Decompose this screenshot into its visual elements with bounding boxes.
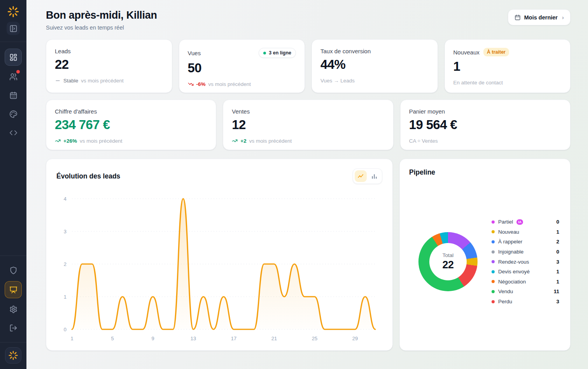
online-badge-label: 3 en ligne	[269, 50, 291, 56]
metric-label: Panier moyen	[409, 108, 562, 115]
kpi-value: 1	[453, 59, 562, 74]
kpi-subtext: En attente de contact	[453, 80, 562, 86]
y-tick-label: 1	[64, 294, 66, 300]
pipeline-legend-item: Négociation1	[492, 277, 559, 287]
legend-value: 2	[556, 239, 559, 245]
kpi-card-conversion: Taux de conversion 44% Vues → Leads	[312, 39, 438, 93]
sidebar-item-palette[interactable]	[5, 106, 21, 122]
donut-total-label: Total	[443, 252, 454, 258]
sidebar-item-calendar[interactable]	[5, 87, 21, 103]
kpi-trend: -6% vs mois précédent	[188, 81, 296, 87]
pipeline-legend-item: PartielIA0	[492, 217, 559, 227]
trend-text: vs mois précédent	[249, 138, 292, 144]
sidebar-item-logout[interactable]	[5, 320, 21, 336]
trend-text: vs mois précédent	[208, 81, 251, 87]
legend-label: Perdu	[498, 299, 512, 304]
legend-dot-icon	[492, 300, 495, 303]
period-selector-button[interactable]: Mois dernier ›	[508, 9, 570, 25]
code-icon	[9, 129, 18, 137]
dashboard-icon	[9, 53, 18, 61]
metric-card-panier: Panier moyen 19 564 € CA ÷ Ventes	[400, 100, 570, 150]
trend-text: vs mois précédent	[81, 78, 124, 84]
kpi-label: Vues	[188, 50, 201, 56]
x-tick-label: 17	[231, 336, 236, 341]
trend-strong: Stable	[63, 78, 78, 84]
metric-trend: +26% vs mois précédent	[55, 138, 207, 144]
sidebar-item-code[interactable]	[5, 125, 21, 140]
x-tick-label: 9	[151, 336, 154, 341]
kpi-value: 22	[55, 57, 163, 72]
pipeline-legend-item: À rappeler2	[492, 237, 559, 247]
legend-value: 1	[556, 279, 559, 285]
sidebar-item-security[interactable]	[5, 262, 21, 278]
calendar-icon	[9, 91, 18, 100]
metric-row: Chiffre d'affaires 234 767 € +26% vs moi…	[46, 100, 570, 150]
pipeline-card: Pipeline Total 22 PartielIA0Nouveau1À ra…	[399, 159, 570, 351]
page-subtitle: Suivez vos leads en temps réel	[46, 24, 157, 31]
metric-trend: +2 vs mois précédent	[232, 138, 384, 144]
sidebar-divider	[0, 342, 26, 343]
leads-evolution-card: Évolution des leads	[46, 159, 393, 351]
sidebar-item-contacts[interactable]	[5, 69, 21, 84]
legend-label: Nouveau	[498, 229, 519, 235]
sidebar-item-dashboard[interactable]	[5, 49, 22, 66]
y-tick-label: 0	[64, 327, 66, 332]
metric-label: Ventes	[232, 108, 384, 115]
legend-value: 11	[554, 289, 559, 294]
legend-dot-icon	[492, 290, 495, 293]
metric-subtext: CA ÷ Ventes	[409, 138, 562, 144]
metric-label: Chiffre d'affaires	[55, 108, 207, 115]
kpi-value: 44%	[320, 57, 429, 72]
trend-delta: +2	[240, 138, 246, 144]
x-tick-label: 5	[111, 336, 114, 341]
chart-title: Évolution des leads	[56, 172, 120, 180]
line-chart-toggle-button[interactable]	[355, 170, 367, 182]
kpi-label: Taux de conversion	[320, 48, 429, 54]
sidebar-divider	[0, 255, 26, 256]
legend-dot-icon	[492, 230, 495, 233]
legend-label: Devis envoyé	[498, 269, 530, 275]
legend-dot-icon	[492, 270, 495, 273]
bar-chart-toggle-button[interactable]	[368, 170, 380, 182]
palette-icon	[9, 110, 18, 118]
pipeline-legend-item: Vendu11	[492, 287, 559, 297]
sidebar-item-settings[interactable]	[5, 301, 21, 317]
kpi-value: 50	[188, 61, 296, 75]
metric-value: 234 767 €	[55, 117, 207, 132]
pipeline-legend-item: Rendez-vous3	[492, 257, 559, 267]
logout-icon	[9, 324, 18, 332]
legend-dot-icon	[492, 220, 495, 224]
spark-logo-badge-icon	[5, 347, 21, 364]
online-badge: 3 en ligne	[259, 48, 296, 58]
presentation-icon	[9, 286, 18, 294]
leads-area-chart: 012341591317212529	[56, 191, 382, 346]
x-tick-label: 1	[70, 336, 73, 341]
legend-label: Négociation	[498, 279, 526, 285]
legend-value: 0	[556, 219, 559, 225]
kpi-subtext: Vues → Leads	[320, 78, 429, 84]
donut-center: Total 22	[429, 243, 467, 280]
kpi-label: Leads	[55, 48, 163, 54]
trend-delta: +26%	[63, 138, 77, 144]
metric-card-ventes: Ventes 12 +2 vs mois précédent	[223, 100, 393, 150]
legend-dot-icon	[492, 250, 495, 254]
sidebar-divider	[0, 42, 26, 42]
app-root: Bon après-midi, Killian Suivez vos leads…	[0, 0, 588, 369]
page-header: Bon après-midi, Killian Suivez vos leads…	[46, 9, 570, 31]
legend-value: 0	[556, 249, 559, 255]
pipeline-legend-item: Devis envoyé1	[492, 267, 559, 277]
legend-dot-icon	[492, 240, 495, 243]
shield-icon	[9, 266, 18, 275]
legend-value: 1	[556, 229, 559, 235]
minus-icon	[55, 78, 61, 84]
x-tick-label: 13	[191, 336, 196, 341]
kpi-row: Leads 22 Stable vs mois précédent Vues 3…	[46, 39, 570, 93]
pipeline-title: Pipeline	[409, 168, 561, 177]
notification-dot	[16, 70, 20, 73]
y-tick-label: 2	[64, 261, 66, 267]
trending-down-icon	[188, 81, 194, 87]
sidebar-collapse-button[interactable]	[7, 22, 20, 35]
legend-value: 3	[556, 299, 559, 304]
sidebar-item-presentation[interactable]	[5, 281, 22, 298]
kpi-label: Nouveaux	[453, 49, 480, 56]
